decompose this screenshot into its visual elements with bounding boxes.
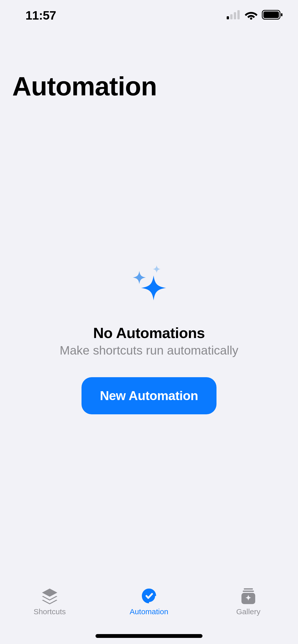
gallery-icon xyxy=(239,588,258,604)
cellular-signal-icon xyxy=(227,10,240,20)
tab-gallery[interactable]: Gallery xyxy=(199,588,298,616)
status-time: 11:57 xyxy=(25,8,56,22)
svg-rect-0 xyxy=(227,16,229,19)
home-indicator[interactable] xyxy=(96,634,202,638)
svg-rect-3 xyxy=(237,10,240,19)
svg-rect-6 xyxy=(263,11,279,18)
battery-icon xyxy=(262,10,283,21)
layers-icon xyxy=(40,588,59,604)
empty-state: No Automations Make shortcuts run automa… xyxy=(0,263,298,414)
automation-icon xyxy=(139,588,159,604)
svg-rect-1 xyxy=(230,14,233,19)
sparkle-icon xyxy=(127,263,171,306)
tab-automation[interactable]: Automation xyxy=(99,588,199,616)
new-automation-button[interactable]: New Automation xyxy=(82,377,216,414)
tab-shortcuts[interactable]: Shortcuts xyxy=(0,588,99,616)
tab-label: Shortcuts xyxy=(34,607,66,616)
wifi-icon xyxy=(245,10,258,21)
svg-rect-10 xyxy=(243,591,254,592)
tab-label: Automation xyxy=(130,607,168,616)
svg-rect-9 xyxy=(244,588,253,590)
svg-point-4 xyxy=(250,18,252,20)
status-indicators xyxy=(227,10,283,21)
page-title: Automation xyxy=(12,71,157,101)
status-bar: 11:57 xyxy=(0,0,298,31)
empty-state-title: No Automations xyxy=(93,324,205,341)
svg-rect-7 xyxy=(281,13,282,16)
svg-rect-2 xyxy=(234,12,236,19)
empty-state-subtitle: Make shortcuts run automatically xyxy=(60,343,238,357)
tab-label: Gallery xyxy=(236,607,260,616)
